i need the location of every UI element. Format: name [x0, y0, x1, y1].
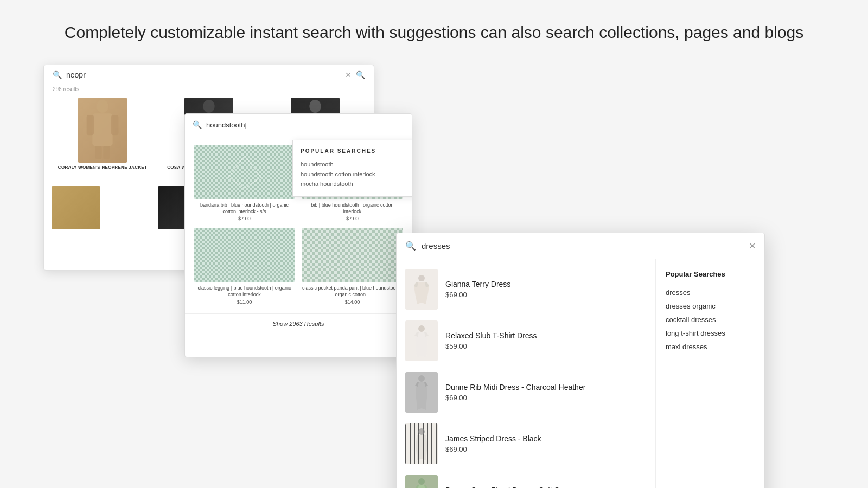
- bg1-clear-icon[interactable]: ✕: [345, 70, 352, 79]
- product-name: classic pocket panda pant | blue houndst…: [302, 285, 403, 298]
- fg-popular-title: Popular Searches: [666, 270, 755, 278]
- page-headline: Completely customizable instant search w…: [65, 22, 803, 43]
- list-item[interactable]: cocktail dresses: [666, 313, 755, 326]
- product-name: Relaxed Slub T-Shirt Dress: [445, 331, 647, 340]
- product-name: CORALY WOMEN'S NEOPRENE JACKET: [52, 165, 154, 170]
- product-thumbnail: [78, 98, 127, 163]
- bg2-search-input[interactable]: houndstooth|: [206, 121, 404, 129]
- bg2-popular-title: POPULAR SEARCHES: [301, 148, 409, 154]
- svg-rect-5: [103, 146, 110, 159]
- list-item[interactable]: classic legging | blue houndstooth | org…: [194, 228, 295, 304]
- product-thumbnail: [194, 145, 295, 199]
- list-item[interactable]: houndstooth cotton interlock: [301, 169, 409, 179]
- bg1-results-label: 296 results: [44, 85, 374, 95]
- list-item[interactable]: classic pocket panda pant | blue houndst…: [302, 228, 403, 304]
- product-thumbnail: [52, 186, 100, 229]
- list-item[interactable]: Breezy Sage Floral Dress - Soft Sage $78…: [397, 470, 655, 488]
- list-item[interactable]: bandana bib | blue houndstooth | organic…: [194, 145, 295, 221]
- bg1-search-bar: 🔍 neopr ✕ 🔍: [44, 65, 374, 85]
- svg-rect-1: [92, 113, 112, 146]
- svg-rect-4: [95, 146, 102, 159]
- svg-point-6: [203, 100, 214, 113]
- list-item[interactable]: houndstooth: [301, 159, 409, 169]
- list-item[interactable]: long t-shirt dresses: [666, 326, 755, 340]
- product-thumbnail: [194, 228, 295, 282]
- svg-marker-18: [228, 156, 261, 188]
- bg1-search-input[interactable]: neopr: [66, 70, 341, 79]
- product-price: $69.00: [445, 291, 647, 299]
- list-item[interactable]: Gianna Terry Dress $69.00: [397, 264, 655, 315]
- fg-sidebar: Popular Searches dresses dresses organic…: [656, 259, 764, 488]
- fg-search-input[interactable]: [422, 241, 743, 251]
- fg-close-icon[interactable]: ✕: [749, 241, 756, 251]
- product-thumbnail: [405, 269, 438, 310]
- bg-screenshot-2: 🔍 houndstooth| bandana bib | blue hounds…: [184, 113, 412, 357]
- svg-point-12: [309, 100, 321, 113]
- product-name: Breezy Sage Floral Dress - Soft Sage: [445, 486, 647, 488]
- product-info: James Striped Dress - Black $69.00: [445, 434, 647, 453]
- list-item[interactable]: Dunne Rib Midi Dress - Charcoal Heather …: [397, 367, 655, 418]
- product-info: Gianna Terry Dress $69.00: [445, 280, 647, 299]
- svg-point-23: [418, 428, 425, 435]
- bg1-search-submit-icon[interactable]: 🔍: [356, 70, 365, 79]
- product-thumbnail: [302, 228, 403, 282]
- product-price: $69.00: [445, 445, 647, 453]
- bg2-show-results[interactable]: Show 2963 Results: [185, 313, 412, 333]
- product-info: Relaxed Slub T-Shirt Dress $59.00: [445, 331, 647, 350]
- product-info: Dunne Rib Midi Dress - Charcoal Heather …: [445, 383, 647, 402]
- fg-products-list: Gianna Terry Dress $69.00: [397, 259, 656, 488]
- product-thumbnail: [405, 423, 438, 464]
- bg2-popular-panel: POPULAR SEARCHES houndstooth houndstooth…: [292, 140, 412, 197]
- product-price: $7.00: [194, 216, 295, 221]
- product-price: $69.00: [445, 394, 647, 402]
- product-thumbnail: [405, 320, 438, 361]
- svg-rect-3: [111, 115, 118, 135]
- list-item[interactable]: mocha houndstooth: [301, 179, 409, 189]
- svg-rect-2: [87, 115, 94, 135]
- fg-search-bar: 🔍 ✕: [397, 233, 764, 259]
- svg-point-24: [418, 478, 425, 485]
- svg-point-20: [418, 275, 425, 281]
- product-name: James Striped Dress - Black: [445, 434, 647, 443]
- fg-content: Gianna Terry Dress $69.00: [397, 259, 764, 488]
- screenshots-container: 🔍 neopr ✕ 🔍 296 results CORALY WO: [33, 65, 835, 466]
- product-name: Dunne Rib Midi Dress - Charcoal Heather: [445, 383, 647, 391]
- product-price: $14.00: [302, 299, 403, 305]
- bg2-search-icon: 🔍: [193, 120, 202, 129]
- product-price: $11.00: [194, 299, 295, 305]
- svg-point-21: [418, 325, 425, 332]
- product-name: classic legging | blue houndstooth | org…: [194, 285, 295, 298]
- product-info: Breezy Sage Floral Dress - Soft Sage $78…: [445, 486, 647, 488]
- product-price: $7.00: [302, 216, 403, 221]
- svg-point-22: [418, 375, 425, 382]
- svg-point-0: [97, 100, 108, 113]
- product-price: $59.00: [445, 342, 647, 350]
- fg-search-panel: 🔍 ✕ G: [396, 233, 765, 488]
- list-item[interactable]: [49, 184, 156, 232]
- list-item[interactable]: dresses organic: [666, 299, 755, 313]
- fg-search-icon: 🔍: [405, 241, 416, 251]
- bg1-search-icon: 🔍: [53, 70, 62, 79]
- list-item[interactable]: maxi dresses: [666, 340, 755, 354]
- product-thumbnail: [405, 475, 438, 488]
- product-name: bib | blue houndstooth | organic cotton …: [302, 202, 403, 215]
- list-item[interactable]: James Striped Dress - Black $69.00: [397, 418, 655, 470]
- product-name: Gianna Terry Dress: [445, 280, 647, 288]
- bg2-search-bar: 🔍 houndstooth|: [185, 114, 412, 136]
- list-item[interactable]: CORALY WOMEN'S NEOPRENE JACKET: [49, 95, 156, 182]
- product-name: bandana bib | blue houndstooth | organic…: [194, 202, 295, 215]
- product-thumbnail: [405, 372, 438, 413]
- list-item[interactable]: dresses: [666, 286, 755, 299]
- list-item[interactable]: Relaxed Slub T-Shirt Dress $59.00: [397, 315, 655, 367]
